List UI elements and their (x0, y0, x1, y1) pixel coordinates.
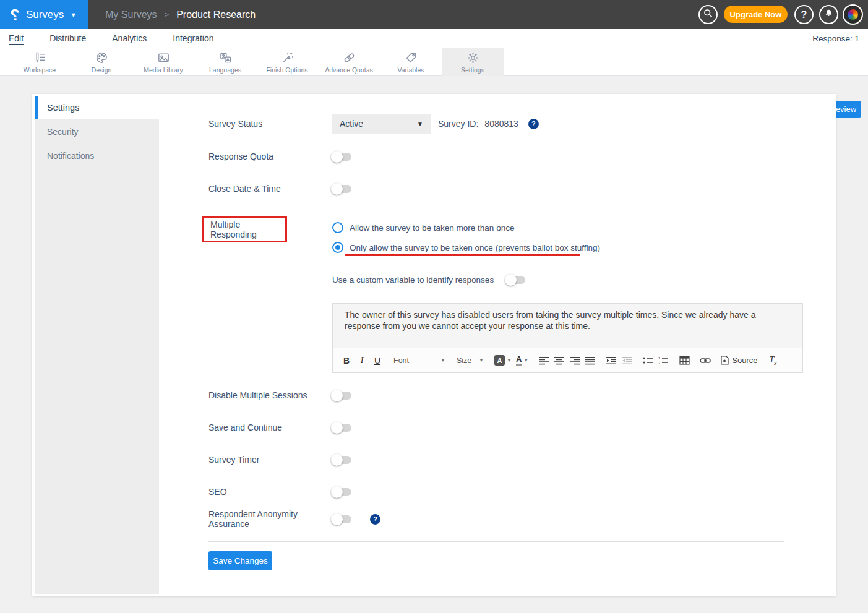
survey-status-select[interactable]: Active ▼ (332, 114, 431, 134)
editor-message-area[interactable]: The owner of this survey has disabled us… (332, 303, 803, 348)
breadcrumb: My Surveys > Product Research (105, 0, 256, 29)
multiple-responding-label: Multiple Responding (210, 220, 285, 239)
close-date-row: Close Date & Time (208, 181, 351, 196)
upgrade-now-button[interactable]: Upgrade Now (724, 6, 788, 23)
survey-timer-row: Survey Timer (208, 452, 351, 467)
save-and-continue-row: Save and Continue (208, 420, 351, 435)
palette-icon (95, 51, 109, 65)
size-select[interactable]: Size▼ (454, 353, 486, 369)
disable-multiple-sessions-label: Disable Multiple Sessions (208, 390, 332, 400)
disable-multiple-sessions-toggle[interactable] (332, 392, 351, 400)
background-color-button[interactable]: A▼ (492, 353, 513, 369)
svg-text:1: 1 (658, 356, 660, 360)
save-changes-button[interactable]: Save Changes (208, 551, 272, 570)
search-button[interactable] (698, 5, 718, 24)
outdent-icon (622, 356, 632, 365)
toolbar-item-workspace[interactable]: Workspace (9, 48, 71, 76)
source-button[interactable]: Source (719, 353, 759, 369)
toolbar-item-media-library[interactable]: Media Library (132, 48, 194, 76)
translate-icon (218, 51, 233, 65)
settings-sidebar: Security Notifications (35, 119, 159, 594)
bulleted-list-button[interactable] (640, 353, 655, 369)
red-underline-annotation (345, 254, 580, 256)
toolbar-item-settings[interactable]: Settings (442, 48, 504, 76)
align-center-icon (554, 356, 564, 365)
response-quota-toggle[interactable] (332, 153, 351, 161)
survey-id-help-icon[interactable]: ? (528, 119, 539, 129)
product-switcher[interactable]: ? Surveys ▼ (0, 0, 88, 29)
tab-analytics[interactable]: Analytics (112, 33, 147, 43)
response-quota-row: Response Quota (208, 149, 351, 164)
survey-timer-toggle[interactable] (332, 456, 351, 464)
close-date-toggle[interactable] (332, 185, 351, 193)
rich-text-editor: The owner of this survey has disabled us… (332, 303, 803, 373)
respondent-anonymity-label: Respondent Anonymity Assurance (208, 509, 332, 529)
toolbar-item-finish-options[interactable]: Finish Options (256, 48, 318, 76)
respondent-anonymity-toggle[interactable] (332, 515, 351, 523)
tab-integration[interactable]: Integration (173, 33, 213, 43)
disable-multiple-sessions-row: Disable Multiple Sessions (208, 388, 351, 403)
save-and-continue-toggle[interactable] (332, 424, 351, 432)
chevron-down-icon: ▼ (523, 358, 528, 363)
indent-button[interactable] (604, 353, 619, 369)
remove-format-button[interactable]: Tx (765, 353, 780, 369)
toggle-knob (331, 454, 343, 466)
toolbar-item-advance-quotas[interactable]: Advance Quotas (318, 48, 380, 76)
text-color-icon: A (516, 355, 522, 366)
justify-button[interactable] (583, 353, 598, 369)
search-icon (703, 8, 713, 21)
workspace-icon (33, 51, 47, 65)
italic-button[interactable]: I (355, 353, 369, 369)
underline-button[interactable]: U (370, 353, 385, 369)
bold-button[interactable]: B (339, 353, 354, 369)
breadcrumb-my-surveys[interactable]: My Surveys (105, 9, 157, 20)
align-center-button[interactable] (552, 353, 567, 369)
table-button[interactable] (677, 353, 692, 369)
align-left-button[interactable] (536, 353, 551, 369)
toggle-knob (331, 390, 343, 401)
notifications-button[interactable] (819, 5, 838, 24)
response-count[interactable]: Response: 1 (812, 29, 859, 48)
radio-unselected-icon[interactable] (332, 222, 343, 233)
toolbar-item-languages[interactable]: Languages (194, 48, 256, 76)
survey-id-label: Survey ID: (438, 119, 478, 129)
survey-status-label: Survey Status (208, 119, 332, 129)
link-button[interactable] (698, 353, 713, 369)
help-button[interactable]: ? (794, 5, 814, 24)
bulleted-list-icon (643, 356, 653, 365)
toolbar-item-design[interactable]: Design (71, 48, 132, 76)
bell-icon (823, 8, 834, 21)
table-icon (679, 356, 690, 365)
respondent-anonymity-help-icon[interactable]: ? (370, 514, 380, 525)
align-left-icon (539, 356, 549, 365)
user-avatar[interactable] (843, 4, 863, 25)
toggle-knob (331, 486, 343, 498)
radio-selected-icon[interactable] (332, 242, 343, 253)
outdent-button[interactable] (619, 353, 634, 369)
justify-icon (585, 356, 595, 365)
tab-edit[interactable]: Edit (9, 33, 24, 43)
align-right-button[interactable] (567, 353, 582, 369)
numbered-list-button[interactable]: 12 (656, 353, 671, 369)
gear-icon (466, 51, 480, 65)
survey-timer-label: Survey Timer (208, 455, 332, 465)
toolbar-item-variables[interactable]: Variables (380, 48, 442, 76)
tag-icon (404, 51, 418, 65)
custom-variable-toggle[interactable] (506, 276, 525, 284)
text-color-button[interactable]: A▼ (514, 353, 530, 369)
multiple-responding-option-1[interactable]: Allow the survey to be taken more than o… (332, 221, 514, 234)
font-select[interactable]: Font▼ (391, 353, 448, 369)
close-date-label: Close Date & Time (208, 184, 332, 194)
toggle-knob (331, 513, 343, 525)
tab-distribute[interactable]: Distribute (49, 33, 86, 43)
sidebar-item-settings[interactable]: Settings (35, 96, 159, 119)
custom-variable-label: Use a custom variable to identify respon… (332, 275, 494, 285)
sidebar-item-notifications[interactable]: Notifications (35, 144, 159, 168)
sidebar-item-security[interactable]: Security (35, 119, 159, 144)
multiple-responding-option-2[interactable]: Only allow the survey to be taken once (… (332, 241, 600, 254)
seo-row: SEO (208, 484, 351, 499)
section-divider (208, 541, 784, 542)
seo-toggle[interactable] (332, 488, 351, 496)
product-label: Surveys (26, 9, 64, 21)
toggle-knob (331, 151, 343, 163)
